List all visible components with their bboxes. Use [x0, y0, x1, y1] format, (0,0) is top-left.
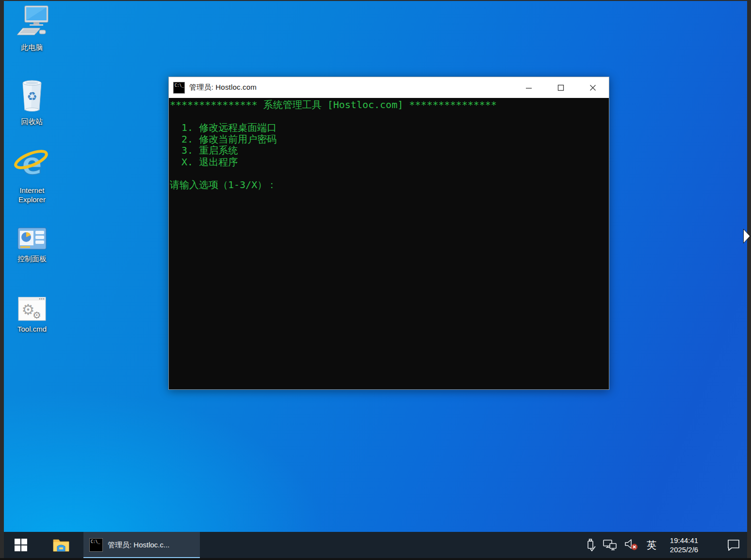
desktop-icon-recycle-bin[interactable]: ♻ 回收站: [9, 77, 55, 126]
desktop-icon-label: 此电脑: [21, 43, 43, 52]
mouse-cursor: [743, 229, 751, 246]
control-panel-icon: [17, 227, 47, 251]
console-window: C:\_ 管理员: Hostloc.com: [168, 77, 609, 390]
windows-logo-icon: [15, 539, 27, 551]
maximize-icon: [557, 84, 564, 91]
svg-text:♻: ♻: [27, 90, 37, 103]
volume-muted-icon[interactable]: [624, 538, 639, 552]
taskbar-clock[interactable]: 19:44:41 2025/2/6: [664, 536, 704, 554]
window-title: 管理员: Hostloc.com: [189, 83, 257, 92]
window-titlebar[interactable]: C:\_ 管理员: Hostloc.com: [169, 77, 609, 98]
desktop-icon-this-pc[interactable]: 此电脑: [9, 5, 55, 52]
ime-indicator[interactable]: 英: [647, 539, 656, 552]
internet-explorer-icon: e: [13, 145, 51, 183]
desktop-icon-tool-cmd[interactable]: ⚙ ⚙ Tool.cmd: [9, 296, 55, 334]
action-center-icon[interactable]: [727, 539, 740, 551]
minimize-icon: [525, 84, 532, 91]
system-tray: 英 19:44:41 2025/2/6: [585, 532, 747, 558]
clock-time: 19:44:41: [664, 536, 704, 545]
file-explorer-button[interactable]: [48, 532, 75, 558]
cmd-window-icon: C:\_: [89, 538, 103, 552]
cmd-script-icon: ⚙ ⚙: [17, 296, 47, 321]
desktop-icon-label: Tool.cmd: [17, 324, 47, 334]
start-button[interactable]: [4, 532, 38, 558]
console-line: [170, 168, 609, 179]
console-line: *************** 系统管理工具 [Hostloc.com] ***…: [170, 99, 609, 111]
desktop-icon-label: 回收站: [21, 117, 43, 126]
cmd-window-icon: C:\_: [173, 82, 185, 94]
console-line: 3. 重启系统: [170, 145, 609, 157]
clock-date: 2025/2/6: [664, 545, 704, 554]
console-line: 请输入选项（1-3/X）：: [170, 179, 609, 191]
desktop-icon-label: 控制面板: [17, 254, 47, 263]
screen-bottom-border: [0, 558, 751, 560]
close-button[interactable]: [577, 77, 609, 98]
recycle-bin-icon: ♻: [17, 77, 47, 114]
usb-device-icon[interactable]: [585, 538, 596, 552]
close-icon: [589, 84, 596, 91]
desktop[interactable]: 此电脑 ♻ 回收站 e Internet Explorer: [4, 1, 747, 558]
minimize-button[interactable]: [513, 77, 545, 98]
desktop-icon-control-panel[interactable]: 控制面板: [9, 227, 55, 263]
console-output[interactable]: *************** 系统管理工具 [Hostloc.com] ***…: [169, 98, 609, 389]
taskbar-item-label: 管理员: Hostloc.c...: [108, 541, 170, 550]
folder-icon: [52, 538, 70, 552]
this-pc-icon: [15, 5, 49, 40]
taskbar-item-cmd-window[interactable]: C:\_ 管理员: Hostloc.c...: [83, 532, 200, 558]
desktop-icon-internet-explorer[interactable]: e Internet Explorer: [9, 145, 55, 204]
maximize-button[interactable]: [545, 77, 577, 98]
console-line: X. 退出程序: [170, 157, 609, 168]
console-line: [170, 111, 609, 123]
desktop-icon-label: Internet Explorer: [9, 186, 55, 204]
svg-text:⚙: ⚙: [33, 309, 41, 321]
taskbar: C:\_ 管理员: Hostloc.c...: [4, 532, 747, 558]
network-icon[interactable]: [603, 539, 617, 551]
console-line: 1. 修改远程桌面端口: [170, 122, 609, 134]
console-line: 2. 修改当前用户密码: [170, 134, 609, 145]
